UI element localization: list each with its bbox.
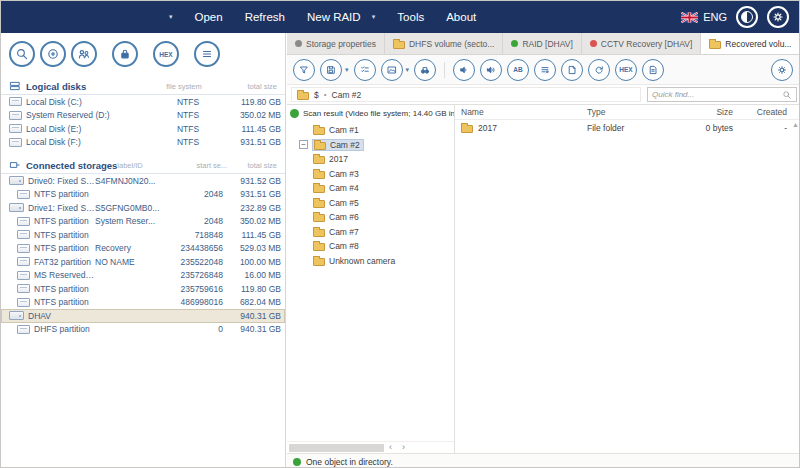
scroll-right-button[interactable]: ›	[397, 443, 410, 452]
collapse-icon[interactable]: −	[299, 140, 308, 149]
language-selector[interactable]: ENG	[681, 11, 727, 23]
storage-row-selected[interactable]: DHAV940.31 GB	[1, 309, 285, 323]
partition-row[interactable]: NTFS partition2048931.51 GB	[1, 188, 285, 202]
report-button[interactable]	[642, 59, 664, 81]
quick-find-input[interactable]	[652, 90, 779, 99]
decrypt-button[interactable]	[112, 41, 138, 67]
quick-find-box	[647, 87, 797, 102]
storage-menu-button[interactable]	[194, 41, 220, 67]
tab-recovered-volume[interactable]: Recovered volu...	[701, 33, 800, 54]
funnel-icon	[298, 64, 310, 76]
playlist-button[interactable]	[534, 59, 556, 81]
column-header-name[interactable]: Name	[455, 107, 587, 117]
hex-view-button[interactable]: HEX	[615, 59, 637, 81]
partition-icon	[17, 190, 30, 199]
scrollbar-thumb[interactable]	[289, 444, 384, 452]
tab-cctv-recovery[interactable]: CCTV Recovery [DHAV]	[582, 33, 701, 54]
search-icon	[15, 47, 29, 61]
menu-refresh[interactable]: Refresh	[245, 11, 285, 23]
partition-row[interactable]: NTFS partition235759616119.80 GB	[1, 282, 285, 296]
breadcrumb-root[interactable]: $	[314, 90, 319, 100]
folder-tree: Cam #1 −Cam #2 2017 Cam #3 Cam #4 Cam #5…	[287, 121, 454, 441]
folder-icon	[313, 229, 325, 237]
preview-dropdown-caret[interactable]: ▾	[406, 66, 410, 74]
partition-row[interactable]: NTFS partition718848111.45 GB	[1, 228, 285, 242]
tree-item-cam2[interactable]: −Cam #2	[287, 138, 454, 153]
play-audio-button[interactable]	[453, 59, 475, 81]
storage-row[interactable]: Drive0: Fixed Samsu...S4FMNJ0N20...931.5…	[1, 174, 285, 188]
filter-button[interactable]	[293, 59, 315, 81]
storage-row[interactable]: Drive1: Fixed Samsu...S5GFNG0MB0...232.8…	[1, 201, 285, 215]
menu-new-raid[interactable]: New RAID ▾	[307, 11, 375, 23]
tree-item-2017[interactable]: 2017	[287, 152, 454, 167]
logical-disk-row[interactable]: System Reserved (D:)NTFS350.02 MB	[1, 109, 285, 123]
hex-viewer-button[interactable]: HEX	[153, 41, 179, 67]
save-button[interactable]	[320, 59, 342, 81]
breadcrumb[interactable]: $ • Cam #2	[291, 87, 641, 102]
vertical-scrollbar[interactable]: ▲	[791, 121, 800, 451]
users-icon	[77, 47, 91, 61]
menu-open[interactable]: Open	[195, 11, 223, 23]
partition-row[interactable]: DHFS partition0940.31 GB	[1, 323, 285, 337]
refresh-view-button[interactable]	[588, 59, 610, 81]
tab-storage-properties[interactable]: Storage properties	[287, 33, 385, 54]
column-header-size[interactable]: Size	[675, 107, 737, 117]
partition-icon	[17, 298, 30, 307]
folder-icon	[313, 127, 325, 135]
folder-icon	[313, 243, 325, 251]
tree-item-unknown-camera[interactable]: Unknown camera	[287, 254, 454, 269]
theme-toggle-button[interactable]	[736, 6, 758, 28]
partition-icon	[17, 257, 30, 266]
tree-item-cam6[interactable]: Cam #6	[287, 210, 454, 225]
find-button[interactable]	[414, 59, 436, 81]
file-row-2017[interactable]: 2017 File folder 0 bytes -	[455, 120, 800, 135]
uk-flag-icon	[681, 12, 698, 23]
menu-about[interactable]: About	[446, 11, 476, 23]
open-image-button[interactable]	[40, 41, 66, 67]
rename-button[interactable]: AB	[507, 59, 529, 81]
file-info-button[interactable]	[561, 59, 583, 81]
view-options-button[interactable]	[771, 59, 793, 81]
settings-button[interactable]	[767, 6, 789, 28]
gear-icon	[771, 10, 785, 24]
tree-item-cam3[interactable]: Cam #3	[287, 167, 454, 182]
connected-storages-header: Connected storages label/ID start se... …	[1, 157, 285, 174]
disk-icon	[9, 138, 22, 147]
tree-item-cam7[interactable]: Cam #7	[287, 225, 454, 240]
breadcrumb-current[interactable]: Cam #2	[332, 90, 362, 100]
raid-builder-button[interactable]	[71, 41, 97, 67]
scan-storage-button[interactable]	[9, 41, 35, 67]
menu-tools[interactable]: Tools	[397, 11, 424, 23]
tab-dhfs-volume[interactable]: DHFS volume (secto...	[385, 33, 504, 54]
preview-button[interactable]	[381, 59, 403, 81]
language-label: ENG	[703, 11, 727, 23]
scroll-left-button[interactable]: ‹	[384, 443, 397, 452]
tree-item-cam1[interactable]: Cam #1	[287, 123, 454, 138]
drive-icon	[9, 311, 24, 320]
menu-icon	[200, 47, 214, 61]
tree-item-cam4[interactable]: Cam #4	[287, 181, 454, 196]
partition-row[interactable]: NTFS partitionSystem Reser...2048350.02 …	[1, 215, 285, 229]
horizontal-scrollbar[interactable]: ‹ ›	[287, 441, 454, 453]
storage-icon	[9, 159, 21, 171]
partition-row[interactable]: NTFS partition486998016682.04 MB	[1, 296, 285, 310]
partition-row[interactable]: MS Reserved partition23572684816.00 MB	[1, 269, 285, 283]
logical-disk-row[interactable]: Local Disk (E:)NTFS111.45 GB	[1, 122, 285, 136]
column-header-created[interactable]: Created	[737, 107, 800, 117]
define-selection-button[interactable]	[354, 59, 376, 81]
menu-caret-icon[interactable]: ▾	[169, 13, 173, 21]
tab-raid-dhav[interactable]: RAID [DHAV]	[503, 33, 581, 54]
save-dropdown-caret[interactable]: ▾	[345, 66, 349, 74]
tree-item-cam5[interactable]: Cam #5	[287, 196, 454, 211]
column-header-type[interactable]: Type	[587, 107, 675, 117]
partition-row[interactable]: NTFS partitionRecovery234438656529.03 MB	[1, 242, 285, 256]
disc-icon	[46, 47, 60, 61]
partition-row[interactable]: FAT32 partitionNO NAME235522048100.00 MB	[1, 255, 285, 269]
audio-settings-button[interactable]	[480, 59, 502, 81]
tree-item-cam8[interactable]: Cam #8	[287, 239, 454, 254]
speaker-icon	[458, 64, 470, 76]
hex-icon: HEX	[159, 51, 172, 58]
logical-disk-row[interactable]: Local Disk (C:)NTFS119.80 GB	[1, 95, 285, 109]
logical-disk-row[interactable]: Local Disk (F:)NTFS931.51 GB	[1, 136, 285, 150]
partition-icon	[17, 325, 30, 334]
